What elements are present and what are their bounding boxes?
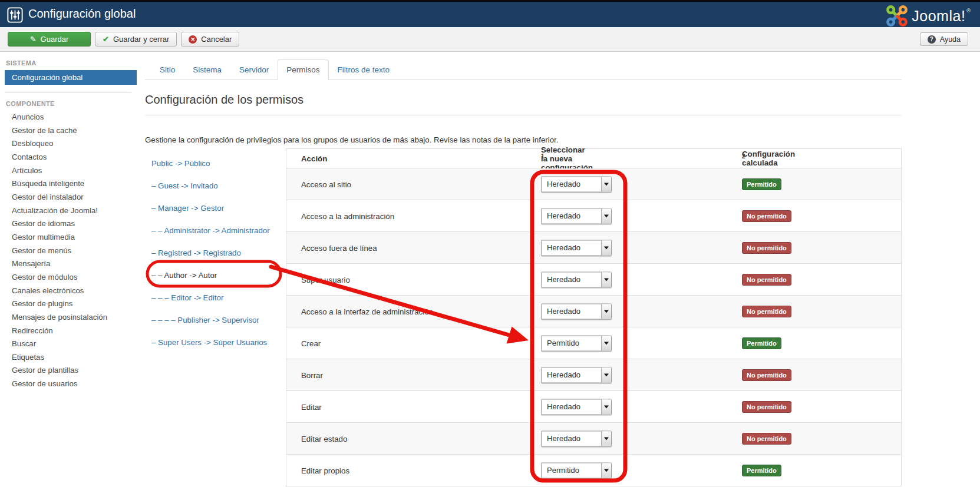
permission-select[interactable]: Heredado bbox=[541, 176, 612, 192]
calculated-setting-badge: No permitido bbox=[742, 210, 791, 222]
sidebar-item[interactable]: Anuncios bbox=[0, 111, 137, 124]
calculated-setting-badge: No permitido bbox=[742, 274, 791, 286]
save-button[interactable]: ✎ Guardar bbox=[8, 32, 91, 47]
toolbar: ✎ Guardar ✔ Guardar y cerrar ✕ Cancelar … bbox=[0, 27, 980, 52]
permission-select[interactable]: Heredado bbox=[541, 208, 612, 224]
user-group-link[interactable]: – Super Users -> Súper Usuarios bbox=[151, 331, 278, 353]
permission-select[interactable]: Heredado bbox=[541, 240, 612, 256]
sidebar-item[interactable]: Actualización de Joomla! bbox=[0, 204, 137, 218]
top-navbar: Configuración global Joomla! ® bbox=[0, 2, 980, 27]
permission-select-value: Heredado bbox=[547, 307, 580, 316]
chevron-down-icon bbox=[601, 463, 611, 478]
table-row: Crear Permitido Permitido bbox=[286, 327, 901, 359]
permission-select[interactable]: Heredado bbox=[541, 271, 612, 287]
tab[interactable]: Permisos bbox=[278, 59, 328, 80]
permission-select-value: Heredado bbox=[547, 434, 580, 443]
help-button[interactable]: ? Ayuda bbox=[920, 32, 968, 46]
tab[interactable]: Filtros de texto bbox=[329, 59, 399, 80]
sidebar-item[interactable]: Desbloqueo bbox=[0, 137, 137, 151]
permission-select-value: Heredado bbox=[547, 275, 580, 284]
calculated-setting-badge: No permitido bbox=[742, 369, 791, 381]
action-label: Acceso a la administración bbox=[301, 211, 394, 220]
calculated-setting-badge: Permitido bbox=[742, 178, 781, 190]
column-header-select-text: Seleccionar la nueva configuración bbox=[541, 145, 593, 171]
user-group-list: Public -> Público – Guest -> Invitado – … bbox=[151, 152, 278, 353]
cancel-x-icon: ✕ bbox=[189, 35, 197, 44]
user-group-link[interactable]: – – Administrator -> Administrador bbox=[151, 219, 278, 241]
chevron-down-icon bbox=[601, 431, 611, 446]
sidebar-item[interactable]: Gestor multimedia bbox=[0, 231, 137, 244]
permissions-table: Acción Seleccionar la nueva configuració… bbox=[286, 148, 902, 486]
user-group-link[interactable]: – Guest -> Invitado bbox=[151, 174, 278, 197]
sidebar-item[interactable]: Gestor de módulos bbox=[0, 271, 137, 284]
permission-select[interactable]: Permitido bbox=[541, 462, 612, 478]
action-label: Borrar bbox=[301, 370, 323, 379]
calculated-setting-badge: No permitido bbox=[742, 401, 791, 413]
action-label: Editar estado bbox=[301, 434, 347, 443]
sidebar-item[interactable]: Gestor de menús bbox=[0, 244, 137, 258]
column-header-action: Acción bbox=[301, 154, 327, 163]
cancel-button[interactable]: ✕ Cancelar bbox=[181, 32, 239, 47]
user-group-link[interactable]: – Registred -> Registrado bbox=[151, 241, 278, 264]
chevron-down-icon bbox=[601, 304, 611, 319]
table-row: Acceso a la interfaz de administración H… bbox=[286, 296, 901, 327]
chevron-down-icon bbox=[601, 240, 611, 255]
table-row: Súper usuario Heredado No permitido bbox=[286, 264, 901, 296]
user-group-link[interactable]: – – Author -> Autor bbox=[151, 264, 278, 286]
save-and-close-button[interactable]: ✔ Guardar y cerrar bbox=[95, 32, 177, 47]
permission-select[interactable]: Permitido bbox=[541, 335, 612, 351]
permission-select[interactable]: Heredado bbox=[541, 399, 612, 415]
calculated-setting-badge: No permitido bbox=[742, 306, 791, 317]
tab[interactable]: Servidor bbox=[230, 59, 278, 80]
action-label: Crear bbox=[301, 339, 321, 347]
sidebar-item[interactable]: Gestor de plantillas bbox=[0, 364, 137, 377]
chevron-down-icon bbox=[601, 208, 611, 223]
sidebar-item[interactable]: Mensajería bbox=[0, 257, 137, 271]
permission-select[interactable]: Heredado bbox=[541, 430, 612, 446]
calculated-setting-badge: No permitido bbox=[742, 242, 791, 254]
sidebar-item[interactable]: Etiquetas bbox=[0, 351, 137, 365]
sidebar-divider bbox=[5, 92, 131, 93]
tab[interactable]: Sistema bbox=[184, 59, 230, 80]
user-group-link[interactable]: Public -> Público bbox=[151, 152, 278, 174]
sidebar-item[interactable]: Mensajes de posinstalación bbox=[0, 311, 137, 324]
user-group-link[interactable]: – Manager -> Gestor bbox=[151, 197, 278, 219]
sidebar-item[interactable]: Gestor de la caché bbox=[0, 124, 137, 138]
permission-select-value: Permitido bbox=[547, 339, 579, 347]
calculated-setting-badge: Permitido bbox=[742, 337, 781, 349]
tab[interactable]: Sitio bbox=[151, 59, 184, 80]
sidebar-component-list: Anuncios Gestor de la caché Desbloqueo C… bbox=[0, 111, 137, 391]
main-content: Sitio Sistema Servidor Permisos Filtros … bbox=[145, 52, 902, 144]
chevron-down-icon bbox=[601, 367, 611, 382]
sidebar-item[interactable]: Contactos bbox=[0, 151, 137, 164]
permissions-rows: Acceso al sitio Heredado Permitido Acces… bbox=[286, 168, 901, 486]
help-question-icon: ? bbox=[928, 35, 936, 44]
sidebar-item[interactable]: Redirección bbox=[0, 324, 137, 338]
sidebar-item[interactable]: Buscar bbox=[0, 337, 137, 351]
user-group-link[interactable]: – – – – Publisher -> Supervisor bbox=[151, 309, 278, 331]
sidebar: SISTEMA Configuración global COMPONENTE … bbox=[0, 52, 137, 391]
column-header-calculated: Configuración calculada 2 bbox=[742, 153, 745, 163]
permissions-table-header: Acción Seleccionar la nueva configuració… bbox=[286, 149, 901, 168]
action-label: Acceso al sitio bbox=[301, 180, 351, 188]
permission-select[interactable]: Heredado bbox=[541, 367, 612, 383]
sidebar-item[interactable]: Gestor de idiomas bbox=[0, 217, 137, 231]
chevron-down-icon bbox=[601, 272, 611, 287]
sidebar-item-configuracion-global[interactable]: Configuración global bbox=[5, 70, 137, 85]
table-row: Acceso a la administración Heredado No p… bbox=[286, 200, 901, 232]
chevron-down-icon bbox=[601, 399, 611, 414]
permission-select[interactable]: Heredado bbox=[541, 303, 612, 319]
sidebar-item[interactable]: Gestor de usuarios bbox=[0, 377, 137, 391]
permissions-heading: Configuración de los permisos bbox=[145, 93, 902, 107]
calculated-setting-badge: No permitido bbox=[742, 433, 791, 445]
sidebar-item[interactable]: Gestor del instalador bbox=[0, 191, 137, 204]
column-header-calculated-text: Configuración calculada bbox=[742, 150, 795, 167]
sidebar-item[interactable]: Gestor de plugins bbox=[0, 297, 137, 311]
permission-select-value: Heredado bbox=[547, 180, 580, 188]
sidebar-item[interactable]: Artículos bbox=[0, 164, 137, 178]
page-title: Configuración global bbox=[28, 7, 136, 21]
calculated-setting-badge: Permitido bbox=[742, 465, 781, 476]
user-group-link[interactable]: – – – Editor -> Editor bbox=[151, 286, 278, 309]
sidebar-item[interactable]: Canales electrónicos bbox=[0, 284, 137, 298]
sidebar-item[interactable]: Búsqueda inteligente bbox=[0, 177, 137, 191]
